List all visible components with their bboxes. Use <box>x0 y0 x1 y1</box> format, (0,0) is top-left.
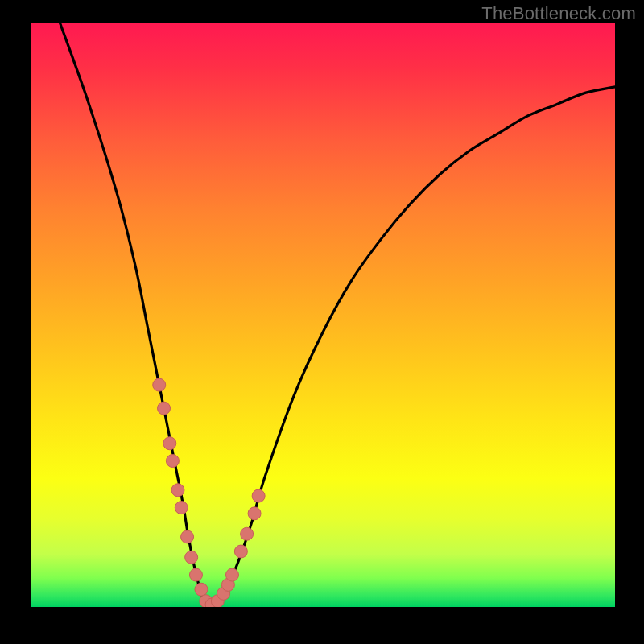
emphasis-marker <box>225 568 238 581</box>
emphasis-marker <box>163 437 176 450</box>
emphasis-marker <box>175 502 188 514</box>
emphasis-markers <box>153 378 265 607</box>
watermark-text: TheBottleneck.com <box>481 3 636 24</box>
emphasis-marker <box>171 484 184 497</box>
emphasis-marker <box>248 507 261 520</box>
emphasis-marker <box>241 527 254 540</box>
bottleneck-curve <box>60 23 615 607</box>
emphasis-marker <box>158 402 171 415</box>
emphasis-marker <box>166 455 179 468</box>
emphasis-marker <box>185 551 198 564</box>
chart-frame: TheBottleneck.com <box>0 0 644 644</box>
emphasis-marker <box>189 568 202 581</box>
plot-area <box>31 23 615 607</box>
emphasis-marker <box>252 489 265 502</box>
emphasis-marker <box>153 378 166 391</box>
emphasis-marker <box>195 583 208 596</box>
emphasis-marker <box>181 530 194 543</box>
emphasis-marker <box>234 545 247 558</box>
curve-svg <box>31 23 615 607</box>
